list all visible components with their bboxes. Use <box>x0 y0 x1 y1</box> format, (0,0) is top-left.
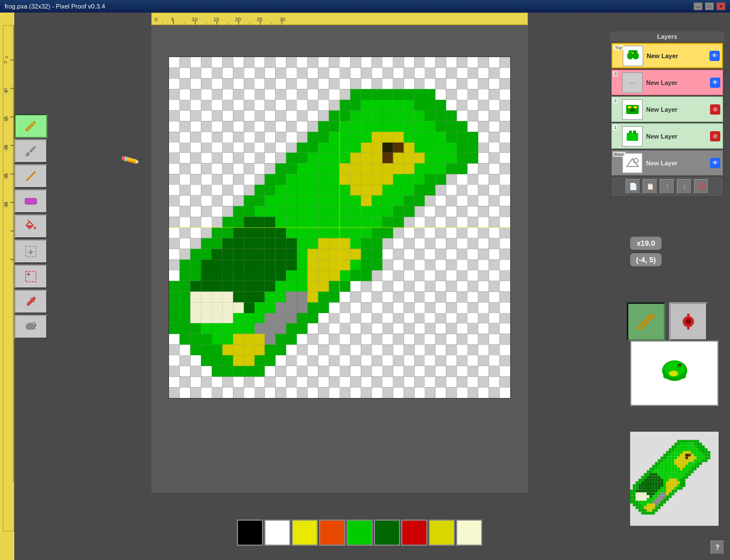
layer-controls: 📄 📋 ↑ ↓ 🚫 <box>611 177 723 196</box>
tool-option-buttons-row <box>627 302 708 341</box>
svg-rect-44 <box>25 198 37 204</box>
ruler-top: 0 5 10 15 20 25 30 <box>151 13 528 25</box>
layer-2-thumb <box>622 99 643 120</box>
coordinates-badge: (-4, 5) <box>630 253 662 266</box>
svg-rect-0 <box>152 13 527 25</box>
active-tool-big-button[interactable] <box>627 302 666 341</box>
title-bar-text: frog.pxa (32x32) - Pixel Proof v0.3.4 <box>5 3 105 10</box>
layer-top-label: Top <box>614 45 623 50</box>
svg-rect-60 <box>634 106 637 108</box>
title-bar: frog.pxa (32x32) - Pixel Proof v0.3.4 — … <box>0 0 730 13</box>
layer-2-eye-button[interactable]: ⊘ <box>710 104 720 115</box>
preview-small <box>630 340 719 406</box>
svg-text:10: 10 <box>192 17 197 22</box>
layer-2-name: New Layer <box>646 106 708 113</box>
svg-line-43 <box>26 172 35 181</box>
layer-base-label: Base <box>613 152 626 157</box>
layer-3-label: 3 <box>613 71 618 76</box>
secondary-tool-big-button[interactable] <box>669 302 708 341</box>
layer-base-name: New Layer <box>646 160 708 167</box>
hand-tool-button[interactable] <box>14 315 47 339</box>
svg-rect-67 <box>623 154 642 172</box>
layer-1-label: 1 <box>613 125 618 130</box>
svg-text:0: 0 <box>5 56 9 58</box>
preview-large <box>630 432 719 526</box>
svg-rect-54 <box>634 57 638 59</box>
color-swatch-yellow[interactable] <box>292 520 318 546</box>
color-swatch-cream[interactable] <box>456 520 482 546</box>
layer-3-name: New Layer <box>646 79 708 86</box>
layer-3-thumb: — <box>622 72 643 93</box>
layer-1-eye-button[interactable]: ⊘ <box>710 131 720 141</box>
fill-tool-button[interactable] <box>14 214 47 238</box>
svg-text:25: 25 <box>257 17 263 22</box>
move-up-button[interactable]: ↑ <box>660 179 675 194</box>
color-swatch-darkgreen[interactable] <box>374 520 400 546</box>
pencil-tool-button[interactable] <box>14 114 47 138</box>
color-swatch-black[interactable] <box>237 520 263 546</box>
svg-rect-64 <box>629 131 632 133</box>
canvas-container[interactable] <box>151 25 528 493</box>
svg-rect-61 <box>630 108 635 112</box>
svg-text:-10: -10 <box>3 88 7 94</box>
color-swatch-green[interactable] <box>346 520 373 546</box>
maximize-button[interactable]: □ <box>705 2 714 10</box>
color-swatch-lightyellow[interactable] <box>429 520 455 546</box>
layer-item-3[interactable]: 3 — New Layer 👁 <box>611 70 723 95</box>
svg-text:30: 30 <box>280 17 285 22</box>
eraser-tool-button[interactable] <box>14 189 47 213</box>
svg-rect-72 <box>687 325 689 330</box>
title-bar-controls: — □ ✕ <box>693 2 725 10</box>
layer-1-thumb <box>622 126 643 147</box>
new-layer-button[interactable]: 📄 <box>626 179 640 194</box>
layer-1-name: New Layer <box>646 133 708 140</box>
svg-text:-32: -32 <box>3 202 7 208</box>
help-button[interactable]: ? <box>711 541 724 554</box>
svg-point-80 <box>679 374 686 379</box>
delete-layer-button[interactable]: 🚫 <box>694 179 709 194</box>
color-swatch-orange[interactable] <box>319 520 345 546</box>
duplicate-layer-button[interactable]: 📋 <box>643 179 658 194</box>
color-swatch-red[interactable] <box>401 520 427 546</box>
layer-item-top[interactable]: Top New Layer 👁 <box>611 43 723 68</box>
svg-point-78 <box>669 371 678 376</box>
layer-2-label: 2 <box>613 98 618 103</box>
layer-item-1[interactable]: 1 New Layer ⊘ <box>611 123 723 149</box>
svg-text:5: 5 <box>171 17 174 22</box>
select-tool-button[interactable] <box>14 240 47 263</box>
minimize-button[interactable]: — <box>693 2 703 10</box>
layer-top-thumb <box>623 46 643 66</box>
svg-rect-55 <box>632 52 634 54</box>
svg-rect-71 <box>687 314 689 318</box>
layer-top-eye-button[interactable]: 👁 <box>709 51 720 61</box>
layer-top-name: New Layer <box>647 52 707 59</box>
svg-rect-66 <box>635 131 636 132</box>
svg-point-70 <box>685 319 691 324</box>
pencil-cursor: ✏️ <box>120 150 140 171</box>
layer-item-base[interactable]: Base New Layer 👁 <box>611 150 723 176</box>
color-swatch-white[interactable] <box>264 520 291 546</box>
svg-text:-20: -20 <box>3 145 7 151</box>
layers-title: Layers <box>610 31 724 42</box>
svg-text:-5: -5 <box>3 61 7 64</box>
svg-rect-53 <box>628 57 632 59</box>
close-button[interactable]: ✕ <box>716 2 725 10</box>
svg-rect-47 <box>27 273 30 275</box>
svg-rect-59 <box>628 106 631 108</box>
svg-rect-63 <box>627 133 638 141</box>
layers-panel: Layers Top New Layer 👁 <box>610 31 724 197</box>
svg-point-77 <box>679 364 681 366</box>
layer-base-eye-button[interactable]: 👁 <box>710 158 720 168</box>
layer-3-eye-button[interactable]: 👁 <box>710 78 720 88</box>
eyedrop-tool-button[interactable] <box>14 290 47 314</box>
line-tool-button[interactable] <box>14 164 47 188</box>
layer-item-2[interactable]: 2 New Layer ⊘ <box>611 96 723 122</box>
svg-text:-15: -15 <box>3 117 7 123</box>
ruler-left: 0 5 10 15 20 25 -5 -10 -15 -20 -25 -32 <box>3 25 14 531</box>
svg-text:-25: -25 <box>3 174 7 180</box>
brush-tool-button[interactable] <box>14 139 47 163</box>
move-select-tool-button[interactable] <box>14 265 47 289</box>
pixel-canvas[interactable] <box>168 56 511 399</box>
svg-rect-56 <box>634 52 635 53</box>
move-down-button[interactable]: ↓ <box>677 179 692 194</box>
